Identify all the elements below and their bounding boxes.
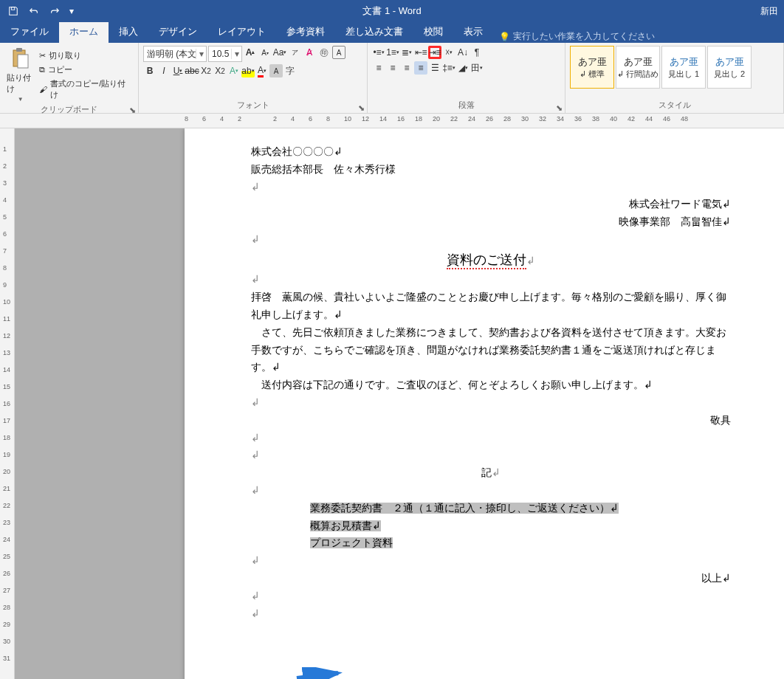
annotation-arrow-icon (295, 667, 347, 679)
subscript-button[interactable]: X2 (199, 64, 213, 77)
distribute-button[interactable]: ☰ (428, 61, 441, 75)
tab-mailings[interactable]: 差し込み文書 (335, 21, 413, 43)
borders-button[interactable]: 田▾ (470, 61, 484, 75)
style-normal[interactable]: あア亜↲ 標準 (570, 46, 614, 89)
tab-references[interactable]: 参考資料 (276, 21, 335, 43)
sort-button[interactable]: A↓ (456, 46, 470, 59)
ribbon: 貼り付け ▼ ✂切り取り ⧉コピー 🖌書式のコピー/貼り付け クリップボード⬊ … (0, 43, 784, 114)
body-p2[interactable]: さて、先日ご依頼頂きました業務につきまして、契約書および各資料を送付させて頂きま… (251, 324, 731, 376)
font-size-combo[interactable]: 10.5▾ (208, 46, 242, 62)
svg-rect-2 (16, 48, 22, 52)
style-name: 見出し 2 (714, 69, 745, 80)
align-left-button[interactable]: ≡ (372, 61, 385, 75)
char-border-button[interactable]: A (332, 46, 345, 59)
bullet-2[interactable]: 概算お見積書↲ (251, 517, 731, 535)
phonetic-guide-button[interactable]: ア (288, 46, 301, 59)
change-case-button[interactable]: Aa▾ (273, 46, 286, 59)
format-painter-label: 書式のコピー/貼り付け (50, 78, 132, 100)
copy-label: コピー (48, 64, 72, 75)
tab-file[interactable]: ファイル (0, 21, 59, 43)
superscript-button[interactable]: X2 (213, 64, 227, 77)
asian-layout-button[interactable]: ☓▾ (442, 46, 455, 59)
bullet-1[interactable]: 業務委託契約書 ２通（１通に記入・捺印し、ご返送ください）↲ (251, 500, 731, 517)
tell-me-search[interactable]: 💡 実行したい作業を入力してください (493, 30, 655, 43)
tab-layout[interactable]: レイアウト (207, 21, 276, 43)
decrease-indent-button[interactable]: ⇤≡ (414, 46, 427, 59)
style-name: 見出し 1 (668, 69, 699, 80)
tab-insert[interactable]: 挿入 (109, 21, 148, 43)
paragraph-launcher-icon[interactable]: ⬊ (554, 103, 563, 112)
enclose-char-button[interactable]: ㊞ (317, 46, 331, 59)
ruler-horizontal[interactable]: 8642246810121416182022242628303234363840… (0, 114, 784, 128)
paste-button[interactable]: 貼り付け ▼ (4, 46, 36, 104)
recipient-name[interactable]: 販売総括本部長 佐々木秀行様 (251, 161, 731, 179)
style-no-spacing[interactable]: あア亜↲ 行間詰め (616, 46, 660, 89)
copy-button[interactable]: ⧉コピー (38, 63, 134, 76)
ijo[interactable]: 以上↲ (251, 570, 731, 587)
font-name-combo[interactable]: 游明朝 (本文▾ (143, 46, 207, 62)
align-right-button[interactable]: ≡ (400, 61, 413, 75)
shading-button[interactable]: ◢▾ (456, 61, 470, 75)
ki-heading[interactable]: 記↲ (251, 464, 731, 482)
style-heading1[interactable]: あア亜見出し 1 (661, 46, 706, 89)
document-body[interactable]: 株式会社〇〇〇〇↲ 販売総括本部長 佐々木秀行様 ↲ 株式会社ワード電気↲ 映像… (251, 143, 731, 622)
ribbon-tabs: ファイル ホーム 挿入 デザイン レイアウト 参考資料 差し込み文書 校閲 表示… (0, 22, 784, 43)
underline-button[interactable]: U▾ (171, 64, 185, 77)
multilevel-list-button[interactable]: ≣▾ (400, 46, 413, 59)
increase-indent-button[interactable]: ⇥≡ (428, 46, 441, 59)
text-effects-button[interactable]: A▾ (227, 64, 241, 77)
para-mark: ↲ (251, 587, 731, 605)
line-spacing-button[interactable]: ‡≡▾ (442, 61, 455, 75)
cut-button[interactable]: ✂切り取り (38, 49, 134, 62)
enclose-chars-button[interactable]: 字 (283, 64, 297, 77)
ruler-vertical[interactable]: 1234567891011121314151617181920212223242… (0, 128, 15, 679)
italic-button[interactable]: I (157, 64, 171, 77)
decrease-font-button[interactable]: A▾ (258, 46, 272, 59)
document-canvas[interactable]: 株式会社〇〇〇〇↲ 販売総括本部長 佐々木秀行様 ↲ 株式会社ワード電気↲ 映像… (15, 128, 784, 679)
bullet-3[interactable]: プロジェクト資料 (251, 534, 731, 552)
style-preview: あア亜 (670, 55, 698, 69)
recipient-company[interactable]: 株式会社〇〇〇〇↲ (251, 143, 731, 161)
justify-button[interactable]: ≡ (414, 61, 427, 75)
font-group-label: フォント (237, 100, 269, 109)
sender-name[interactable]: 映像事業部 高畠智佳↲ (251, 213, 731, 231)
tab-view[interactable]: 表示 (453, 21, 493, 43)
font-launcher-icon[interactable]: ⬊ (357, 103, 365, 112)
ruler-corner (0, 114, 15, 128)
chevron-down-icon: ▾ (231, 49, 241, 59)
save-button[interactable] (4, 2, 22, 20)
brush-icon: 🖌 (39, 85, 47, 94)
tab-review[interactable]: 校閲 (413, 21, 453, 43)
window-title: 文書 1 - Word (362, 4, 421, 18)
format-painter-button[interactable]: 🖌書式のコピー/貼り付け (38, 77, 134, 101)
strikethrough-button[interactable]: abc (185, 64, 199, 77)
user-name: 新田 (760, 5, 778, 18)
font-color-button[interactable]: A▾ (255, 64, 269, 77)
tab-home[interactable]: ホーム (59, 21, 109, 43)
body-p3[interactable]: 送付内容は下記の通りです。ご査収のほど、何とぞよろしくお願い申し上げます。↲ (251, 376, 731, 394)
clear-formatting-button[interactable]: A̷ (303, 46, 316, 59)
highlight-button[interactable]: ab▾ (241, 64, 255, 77)
numbering-button[interactable]: 1≡▾ (386, 46, 399, 59)
redo-button[interactable] (46, 2, 63, 20)
qat-customize-icon[interactable]: ▾ (66, 2, 77, 20)
para-mark: ↲ (251, 447, 731, 464)
font-name-value: 游明朝 (本文 (144, 48, 196, 61)
show-marks-button[interactable]: ¶ (470, 46, 484, 59)
bullets-button[interactable]: •≡▾ (372, 46, 385, 59)
page: 株式会社〇〇〇〇↲ 販売総括本部長 佐々木秀行様 ↲ 株式会社ワード電気↲ 映像… (185, 128, 784, 679)
keigu[interactable]: 敬具 (251, 412, 731, 430)
sender-company[interactable]: 株式会社ワード電気↲ (251, 196, 731, 213)
body-p1[interactable]: 拝啓 薫風の候、貴社いよいよご隆盛のこととお慶び申し上げます。毎々格別のご愛顧を… (251, 289, 731, 324)
tab-design[interactable]: デザイン (148, 21, 207, 43)
char-shading-button[interactable]: A (269, 64, 283, 77)
clipboard-group-label: クリップボード (41, 105, 97, 114)
style-heading2[interactable]: あア亜見出し 2 (707, 46, 752, 89)
bold-button[interactable]: B (143, 64, 157, 77)
cut-label: 切り取り (49, 50, 81, 61)
increase-font-button[interactable]: A▴ (244, 46, 257, 59)
align-center-button[interactable]: ≡ (386, 61, 399, 75)
lightbulb-icon: 💡 (499, 32, 510, 42)
undo-button[interactable] (25, 2, 43, 20)
doc-title[interactable]: 資料のご送付↲ (251, 249, 731, 272)
